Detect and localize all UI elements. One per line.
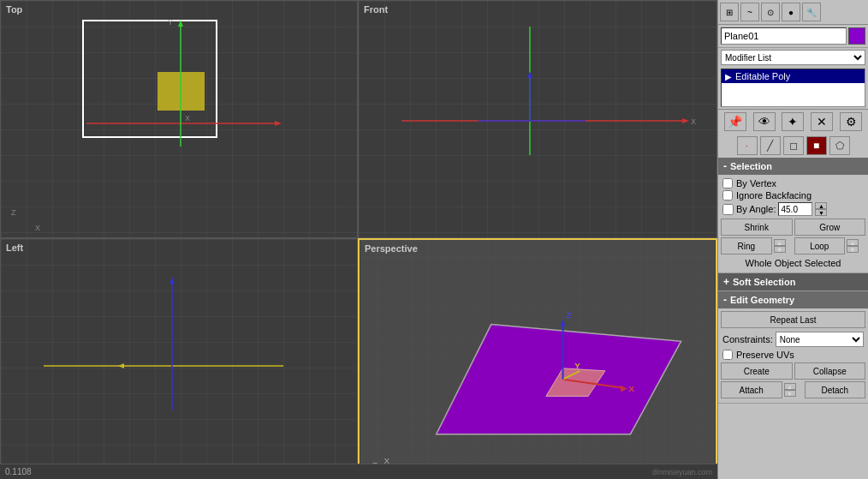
subobj-pin-btn[interactable]: 📌 — [724, 112, 746, 131]
angle-input[interactable] — [778, 202, 812, 216]
modifier-row: Modifier List — [718, 48, 868, 67]
constraints-select[interactable]: None — [776, 332, 864, 347]
attach-spin-up[interactable]: ▲ — [784, 383, 796, 390]
svg-text:Z: Z — [567, 310, 572, 320]
selection-label: Selection — [730, 161, 772, 171]
subobj-make-unique-btn[interactable]: ✦ — [782, 112, 804, 131]
sel-poly-btn[interactable]: ■ — [806, 136, 827, 155]
subobj-show-btn[interactable]: 👁 — [753, 112, 776, 131]
sel-element-btn[interactable]: ⬠ — [829, 136, 850, 155]
attach-spin-down[interactable]: ▼ — [784, 390, 796, 397]
svg-text:Y: Y — [168, 18, 173, 27]
svg-text:X: X — [185, 114, 190, 123]
expand-icon: ▶ — [725, 72, 732, 81]
svg-text:X: X — [35, 224, 40, 232]
create-collapse-row: Create Collapse — [721, 362, 865, 380]
edit-geometry-label: Edit Geometry — [730, 295, 794, 305]
by-angle-label: By Angle: — [736, 204, 776, 214]
selection-rollout-header[interactable]: - Selection — [718, 158, 868, 175]
modifier-dropdown[interactable]: Modifier List — [721, 50, 865, 65]
svg-text:X: X — [628, 384, 634, 393]
angle-spin-down[interactable]: ▼ — [815, 209, 827, 216]
attach-detach-row: Attach ▲ ▼ Detach — [721, 381, 865, 398]
axes-left: Z Y — [1, 239, 357, 478]
angle-spinner: ▲ ▼ — [815, 202, 827, 216]
loop-spin-up[interactable]: ▲ — [847, 239, 859, 246]
edit-geometry-rollout: - Edit Geometry Repeat Last Constraints:… — [718, 291, 868, 404]
perspective-scene: X Y Z Z X — [360, 240, 716, 477]
loop-button[interactable]: Loop — [794, 237, 846, 254]
modifier-stack: ▶ Editable Poly — [721, 69, 865, 107]
ring-spin-up[interactable]: ▲ — [774, 239, 786, 246]
by-angle-row: By Angle: ▲ ▼ — [721, 201, 865, 217]
ignore-backfacing-label: Ignore Backfacing — [736, 190, 812, 201]
selection-rollout: - Selection By Vertex Ignore Backfacing … — [718, 158, 868, 273]
svg-marker-18 — [118, 363, 124, 368]
viewport-left[interactable]: Left Z Y — [0, 238, 358, 479]
toolbar: ⊞ ~ ⊙ ● 🔧 — [718, 0, 868, 25]
soft-selection-header[interactable]: + Soft Selection — [718, 273, 868, 290]
by-vertex-checkbox[interactable] — [722, 178, 733, 189]
attach-button[interactable]: Attach — [721, 381, 782, 398]
right-panel: ⊞ ~ ⊙ ● 🔧 Modifier List ▶ Editable Poly … — [717, 0, 868, 479]
viewport-front[interactable]: Front X Z X — [358, 0, 717, 238]
status-bar: 0.1108 dinmiseyuan.com — [0, 464, 717, 479]
selection-sign: - — [723, 160, 727, 172]
grow-button[interactable]: Grow — [794, 219, 866, 236]
edit-geometry-body: Repeat Last Constraints: None Preserve U… — [718, 308, 868, 403]
soft-selection-rollout: + Soft Selection — [718, 273, 868, 291]
toolbar-btn-5[interactable]: 🔧 — [802, 3, 821, 21]
preserve-uvs-checkbox[interactable] — [722, 350, 733, 360]
subobj-remove-btn[interactable]: ✕ — [811, 112, 833, 131]
soft-selection-label: Soft Selection — [733, 277, 795, 287]
selection-rollout-body: By Vertex Ignore Backfacing By Angle: ▲ … — [718, 175, 868, 272]
subobj-toolbar: 📌 👁 ✦ ✕ ⚙ — [718, 109, 868, 134]
preserve-uvs-label: Preserve UVs — [736, 350, 794, 360]
svg-text:X: X — [691, 117, 696, 126]
whole-object-row: Whole Object Selected — [721, 256, 865, 270]
edit-geometry-header[interactable]: - Edit Geometry — [718, 291, 868, 308]
toolbar-btn-1[interactable]: ⊞ — [720, 3, 739, 21]
watermark-text: dinmiseyuan.com — [652, 468, 712, 476]
toolbar-btn-3[interactable]: ⊙ — [761, 3, 780, 21]
whole-object-text: Whole Object Selected — [746, 258, 841, 268]
preserve-uvs-row: Preserve UVs — [721, 349, 865, 361]
detach-button[interactable]: Detach — [805, 381, 866, 398]
svg-marker-9 — [682, 118, 689, 123]
collapse-button[interactable]: Collapse — [794, 362, 866, 380]
object-color-swatch[interactable] — [848, 27, 865, 45]
ignore-backfacing-checkbox[interactable] — [722, 190, 733, 201]
angle-spin-up[interactable]: ▲ — [815, 202, 827, 209]
by-vertex-row: By Vertex — [721, 177, 865, 189]
svg-text:Y: Y — [574, 361, 580, 370]
shrink-grow-row: Shrink Grow — [721, 219, 865, 236]
modifier-editable-poly[interactable]: ▶ Editable Poly — [722, 69, 865, 83]
loop-spin-down[interactable]: ▼ — [847, 246, 859, 253]
ring-button[interactable]: Ring — [721, 237, 772, 254]
object-name-input[interactable] — [721, 27, 847, 45]
attach-spinner: ▲ ▼ — [784, 383, 801, 397]
ring-spinner: ▲ ▼ — [774, 239, 791, 253]
toolbar-btn-4[interactable]: ● — [782, 3, 800, 21]
sel-border-btn[interactable]: ◻ — [783, 136, 804, 155]
edit-geo-sign: - — [723, 294, 727, 306]
ring-spin-down[interactable]: ▼ — [774, 246, 786, 253]
modifier-label: Editable Poly — [735, 71, 790, 81]
svg-marker-3 — [178, 20, 183, 27]
subobj-configure-btn[interactable]: ⚙ — [840, 112, 862, 131]
shrink-button[interactable]: Shrink — [721, 219, 793, 236]
viewport-top[interactable]: Top X Y Z X — [0, 0, 358, 238]
axes-top: X Y Z X — [1, 1, 357, 237]
by-angle-checkbox[interactable] — [722, 204, 734, 215]
status-text: 0.1108 — [5, 467, 32, 476]
sel-mode-toolbar: · ╱ ◻ ■ ⬠ — [718, 134, 868, 158]
sel-edge-btn[interactable]: ╱ — [760, 136, 781, 155]
svg-text:Z: Z — [11, 208, 16, 217]
by-vertex-label: By Vertex — [736, 178, 776, 189]
repeat-last-button[interactable]: Repeat Last — [721, 311, 865, 328]
ring-loop-row: Ring ▲ ▼ Loop ▲ ▼ — [721, 237, 865, 254]
toolbar-btn-2[interactable]: ~ — [740, 3, 759, 21]
sel-vertex-btn[interactable]: · — [737, 136, 758, 155]
viewport-perspective[interactable]: Perspective X — [358, 238, 717, 479]
create-button[interactable]: Create — [721, 362, 793, 380]
